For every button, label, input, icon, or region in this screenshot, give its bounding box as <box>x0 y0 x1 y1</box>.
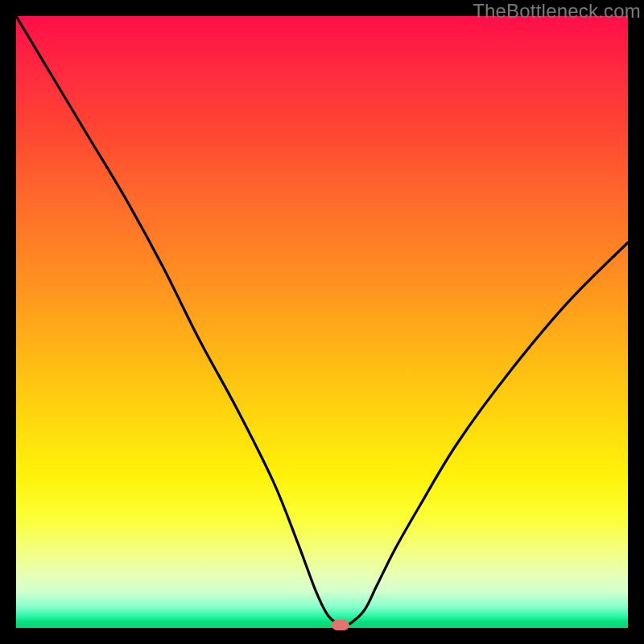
watermark-text: TheBottleneck.com <box>473 0 641 23</box>
plot-area <box>16 16 628 628</box>
chart-frame: TheBottleneck.com <box>0 0 644 644</box>
bottleneck-curve <box>16 16 628 628</box>
optimal-marker <box>332 620 349 630</box>
curve-path <box>16 16 628 625</box>
